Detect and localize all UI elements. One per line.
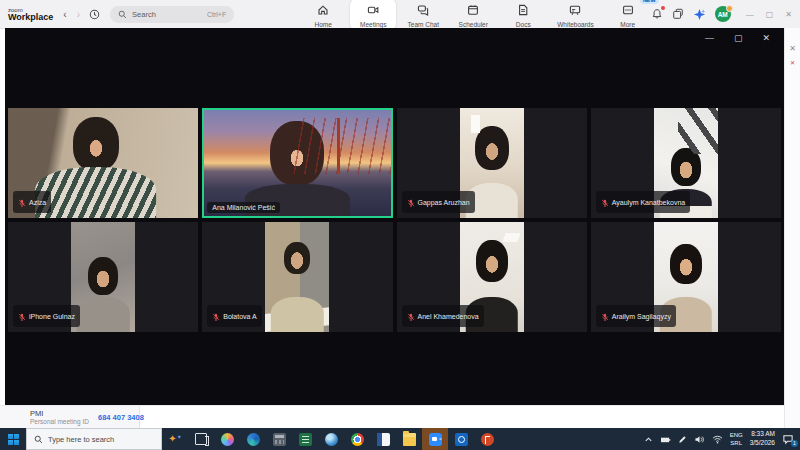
history-clock-icon[interactable] (89, 9, 100, 20)
start-button[interactable] (0, 428, 26, 450)
back-button[interactable]: ‹ (63, 9, 66, 20)
tab-label: Docs (516, 21, 531, 28)
search-input[interactable]: Search Ctrl+F (110, 6, 234, 23)
muted-mic-icon (18, 193, 26, 211)
open-windows-icon[interactable] (672, 8, 684, 20)
chrome-icon[interactable] (344, 428, 370, 450)
language-bottom: SRL (730, 439, 743, 447)
tab-whiteboards[interactable]: Whiteboards (550, 0, 601, 30)
tab-scheduler[interactable]: Scheduler (450, 0, 496, 30)
meeting-close-button[interactable]: ✕ (762, 33, 770, 43)
panel-alert-close-icon[interactable]: ✕ (790, 59, 795, 66)
app-minimize-button[interactable]: — (746, 10, 754, 19)
tab-more[interactable]: MoreNEW (605, 0, 651, 30)
outlook-icon-glyph (455, 433, 468, 446)
tray-date: 3/5/2026 (750, 439, 775, 448)
meeting-window-controls: — ▢ ✕ (705, 33, 770, 43)
muted-mic-icon (18, 307, 26, 325)
zoom-app-icon-glyph (429, 433, 442, 446)
excel-icon-glyph (299, 433, 312, 446)
app-maximize-button[interactable]: ▢ (766, 10, 774, 19)
speaker-icon[interactable] (694, 435, 705, 444)
personal-meeting-id[interactable]: 684 407 3408 (98, 413, 144, 422)
participant-name: Anel Khamedenova (418, 313, 479, 320)
scheduler-icon (467, 2, 479, 20)
participant-name: Gappas Aruzhan (418, 199, 470, 206)
more-icon (622, 2, 634, 20)
participant-tile[interactable]: Aziza (8, 108, 198, 218)
network-wifi-icon[interactable] (712, 435, 723, 444)
tab-meetings[interactable]: Meetings (350, 0, 396, 30)
participant-tile[interactable]: iPhone Gulnaz (8, 222, 198, 332)
calculator-icon[interactable] (266, 428, 292, 450)
excel-icon[interactable] (292, 428, 318, 450)
task-view-icon-glyph (195, 433, 207, 445)
participant-nameplate: Bolatova A (207, 305, 261, 327)
copilot-icon[interactable] (214, 428, 240, 450)
user-avatar[interactable]: AM (715, 6, 731, 22)
meeting-minimize-button[interactable]: — (705, 33, 714, 43)
globe-icon[interactable] (318, 428, 344, 450)
video-background-detail (471, 115, 480, 133)
participant-name: iPhone Gulnaz (29, 313, 75, 320)
search-icon (118, 5, 127, 23)
pmi-title: PMI (30, 409, 89, 418)
edge-icon-glyph (247, 433, 260, 446)
participant-name: Ana Milanović Pešić (212, 204, 275, 211)
tray-time: 8:33 AM (750, 430, 775, 439)
tab-team-chat[interactable]: Team Chat (400, 0, 446, 30)
ai-companion-icon[interactable] (693, 8, 706, 21)
participant-tile[interactable]: Arailym Sagilaqyzy (591, 222, 781, 332)
participant-name: Bolatova A (223, 313, 256, 320)
file-explorer-icon-glyph (403, 433, 416, 446)
language-indicator[interactable]: ENG SRL (730, 431, 743, 447)
word-icon[interactable] (370, 428, 396, 450)
task-view-icon[interactable] (188, 428, 214, 450)
muted-mic-icon (212, 307, 220, 325)
bell-alert-dot (661, 6, 665, 10)
battery-icon[interactable] (660, 435, 671, 444)
zoom-workplace-logo: zoom Workplace (8, 7, 53, 22)
video-background-detail (294, 118, 391, 173)
home-icon (317, 2, 329, 20)
forward-button[interactable]: › (77, 9, 80, 20)
participant-tile[interactable]: Anel Khamedenova (397, 222, 587, 332)
app-window-controls: — ▢ ✕ (746, 10, 792, 19)
zoom-app-icon[interactable] (422, 428, 448, 450)
sparkle-icon[interactable]: ✦✦ (162, 428, 188, 450)
powerpoint-icon[interactable] (474, 428, 500, 450)
sparkle-icon-glyph: ✦✦ (168, 434, 181, 444)
participant-tile[interactable]: Ayaulym Kanatbekovna (591, 108, 781, 218)
participant-video (265, 222, 329, 332)
participant-tile[interactable]: Bolatova A (202, 222, 392, 332)
notifications-bell-icon[interactable] (651, 8, 663, 20)
zoom-workplace-titlebar: zoom Workplace ‹ › Search Ctrl+F HomeMee… (0, 0, 800, 29)
participant-tile[interactable]: Gappas Aruzhan (397, 108, 587, 218)
participant-nameplate: iPhone Gulnaz (13, 305, 80, 327)
pen-icon[interactable] (678, 435, 687, 444)
app-close-button[interactable]: ✕ (785, 10, 792, 19)
taskbar-search-input[interactable]: Type here to search (26, 428, 162, 450)
hidden-icons-chevron-icon[interactable] (644, 435, 653, 444)
tab-home[interactable]: Home (300, 0, 346, 30)
file-explorer-icon[interactable] (396, 428, 422, 450)
video-background-detail (678, 108, 718, 154)
edge-icon[interactable] (240, 428, 266, 450)
panel-close-icon[interactable]: ✕ (789, 44, 796, 53)
taskbar-clock[interactable]: 8:33 AM 3/5/2026 (750, 430, 775, 448)
participant-nameplate: Ana Milanović Pešić (207, 202, 280, 213)
participant-tile[interactable]: Ana Milanović Pešić (202, 108, 392, 218)
docs-icon (517, 2, 529, 20)
avatar-initials: AM (718, 11, 728, 18)
outlook-icon[interactable] (448, 428, 474, 450)
muted-mic-icon (601, 307, 609, 325)
team-chat-icon (417, 2, 429, 20)
taskbar-search-placeholder: Type here to search (48, 435, 114, 444)
action-center-icon[interactable]: 1 (782, 434, 794, 445)
chrome-icon-glyph (351, 433, 364, 446)
appbar-right-cluster: AM — ▢ ✕ (651, 6, 792, 22)
tab-docs[interactable]: Docs (500, 0, 546, 30)
tab-label: Team Chat (408, 21, 439, 28)
meeting-maximize-button[interactable]: ▢ (734, 33, 743, 43)
taskbar-icons: ✦✦ (162, 428, 500, 450)
